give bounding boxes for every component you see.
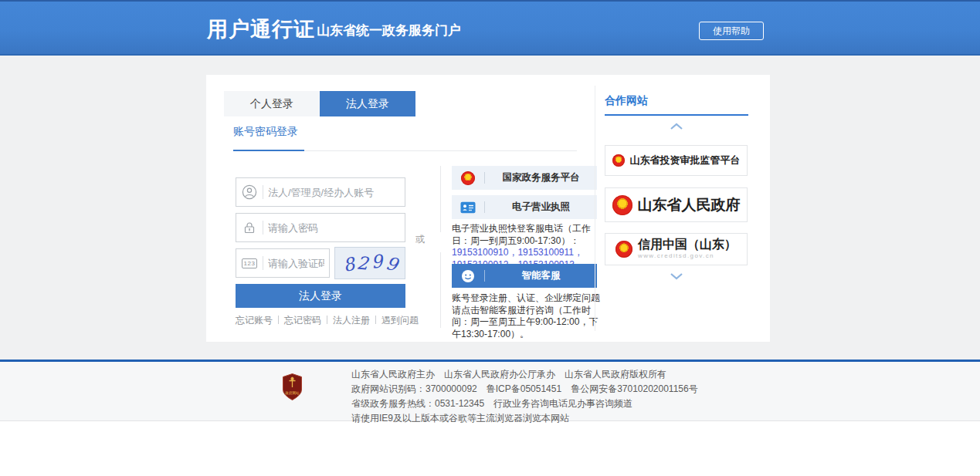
link-forgot-account[interactable]: 忘记账号 — [236, 314, 273, 327]
tab-personal-login[interactable]: 个人登录 — [224, 91, 320, 116]
tab-account-password-login[interactable]: 账号密码登录 — [233, 125, 298, 139]
business-license-icon — [452, 201, 484, 214]
national-emblem-icon — [612, 154, 625, 167]
captcha-digit: 9 — [371, 252, 384, 271]
national-emblem-icon — [615, 241, 632, 258]
partner-site-title: 信用中国（山东） — [638, 238, 737, 251]
national-gov-platform-button[interactable]: 国家政务服务平台 — [452, 166, 597, 190]
e-business-license-label: 电子营业执照 — [485, 201, 597, 214]
login-card: 个人登录 法人登录 账号密码登录 — [206, 75, 770, 342]
help-button[interactable]: 使用帮助 — [699, 22, 764, 40]
corporate-login-button[interactable]: 法人登录 — [236, 284, 405, 308]
link-forgot-password[interactable]: 忘记密码 — [273, 314, 321, 327]
link-having-problems[interactable]: 遇到问题 — [370, 314, 419, 327]
smart-service-button[interactable]: 智能客服 — [452, 264, 597, 288]
portal-subtitle: 山东省统一政务服务门户 — [317, 22, 461, 39]
footer-line-icp: 政府网站识别码：3700000092 鲁ICP备05051451 鲁公网安备37… — [351, 382, 698, 397]
divider — [440, 166, 441, 232]
captcha-field: 123 — [236, 248, 330, 278]
scroll-down-button[interactable] — [605, 272, 748, 280]
chevron-down-icon — [669, 272, 684, 280]
user-icon — [236, 184, 263, 200]
partner-site-name: 信用中国（山东） www.creditsd.gov.cn — [638, 238, 737, 259]
license-hotline-text: 电子营业执照快登客服电话（工作日：周一到周五9:00-17:30）： — [452, 223, 591, 246]
footer-line-sponsor: 山东省人民政府主办 山东省人民政府办公厅承办 山东省人民政府版权所有 — [351, 367, 698, 382]
header: 用户通行证 山东省统一政务服务门户 使用帮助 — [0, 0, 980, 56]
footer-text: 山东省人民政府主办 山东省人民政府办公厅承办 山东省人民政府版权所有 政府网站识… — [351, 367, 698, 426]
divider — [595, 86, 595, 331]
partner-site-url: www.creditsd.gov.cn — [638, 253, 737, 259]
national-emblem-icon — [612, 195, 632, 215]
helper-links: 忘记账号 忘记密码 法人注册 遇到问题 — [236, 314, 419, 327]
gov-website-badge-icon[interactable]: 政府网站 — [283, 373, 302, 400]
password-input[interactable] — [263, 222, 405, 234]
partner-site-name: 山东省投资审批监管平台 — [630, 154, 741, 167]
footer-line-hotline: 省级政务服务热线：0531-12345 行政业务咨询电话见办事咨询频道 — [351, 397, 698, 411]
captcha-digit: 8 — [341, 255, 356, 275]
national-gov-platform-label: 国家政务服务平台 — [485, 171, 597, 184]
method-underline-accent — [233, 150, 304, 151]
link-corporate-register[interactable]: 法人注册 — [321, 314, 370, 327]
or-divider-label: 或 — [415, 233, 425, 246]
partner-site-shandong-government[interactable]: 山东省人民政府 — [605, 187, 748, 222]
account-field — [236, 177, 405, 207]
captcha-digit: 9 — [384, 254, 399, 274]
e-business-license-button[interactable]: 电子营业执照 — [452, 195, 597, 219]
header-divider — [307, 21, 308, 38]
lock-icon — [236, 221, 263, 235]
national-emblem-icon — [452, 171, 484, 185]
captcha-input[interactable] — [263, 258, 329, 269]
page: 用户通行证 山东省统一政务服务门户 使用帮助 个人登录 法人登录 账号密码登录 — [0, 0, 980, 476]
partner-sites-title: 合作网站 — [605, 94, 648, 108]
captcha-image[interactable]: 8 2 9 9 — [334, 247, 405, 279]
scroll-up-button[interactable] — [605, 123, 748, 130]
app-title: 用户通行证 — [207, 15, 315, 43]
partner-site-credit-china[interactable]: 信用中国（山东） www.creditsd.gov.cn — [605, 233, 748, 265]
gov-badge-label: 政府网站 — [285, 390, 300, 395]
footer: 政府网站 山东省人民政府主办 山东省人民政府办公厅承办 山东省人民政府版权所有 … — [0, 362, 980, 421]
login-tabs: 个人登录 法人登录 — [224, 91, 415, 116]
numbers-icon: 123 — [236, 258, 263, 268]
partner-site-name: 山东省人民政府 — [638, 195, 741, 215]
tab-corporate-login[interactable]: 法人登录 — [320, 91, 415, 116]
smart-service-note: 账号登录注册、认证、企业绑定问题请点击智能客服进行咨询（工作时间：周一至周五上午… — [452, 292, 603, 340]
smart-service-icon — [452, 268, 484, 284]
password-field — [236, 213, 405, 242]
divider — [440, 252, 441, 328]
partner-sites-underline — [605, 114, 748, 116]
footer-line-browser: 请使用IE9及以上版本或谷歌等主流浏览器浏览本网站 — [351, 411, 698, 426]
partner-site-shandong-investment[interactable]: 山东省投资审批监管平台 — [605, 145, 748, 176]
captcha-digit: 2 — [356, 254, 369, 272]
account-input[interactable] — [263, 187, 405, 198]
smart-service-label: 智能客服 — [485, 269, 597, 282]
chevron-up-icon — [669, 123, 684, 130]
